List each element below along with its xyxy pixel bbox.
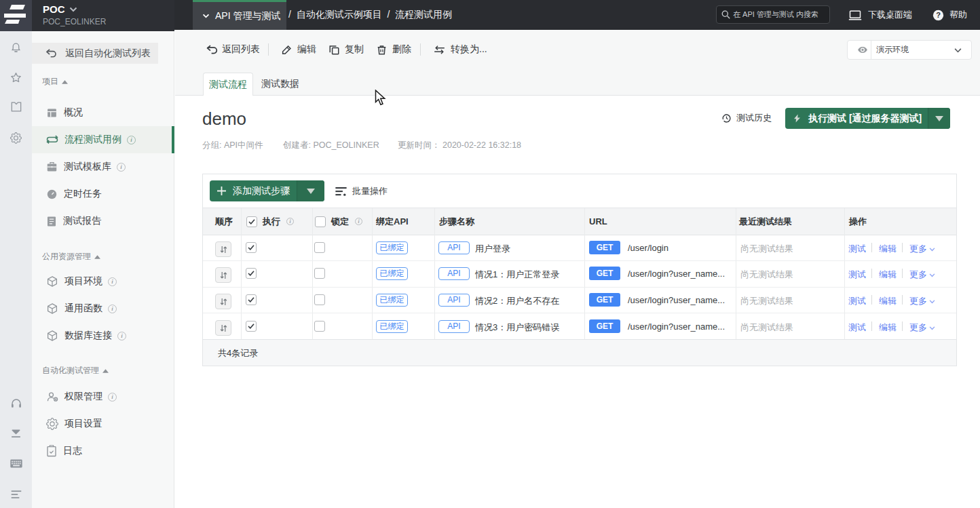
svg-text:?: ?: [936, 11, 941, 19]
